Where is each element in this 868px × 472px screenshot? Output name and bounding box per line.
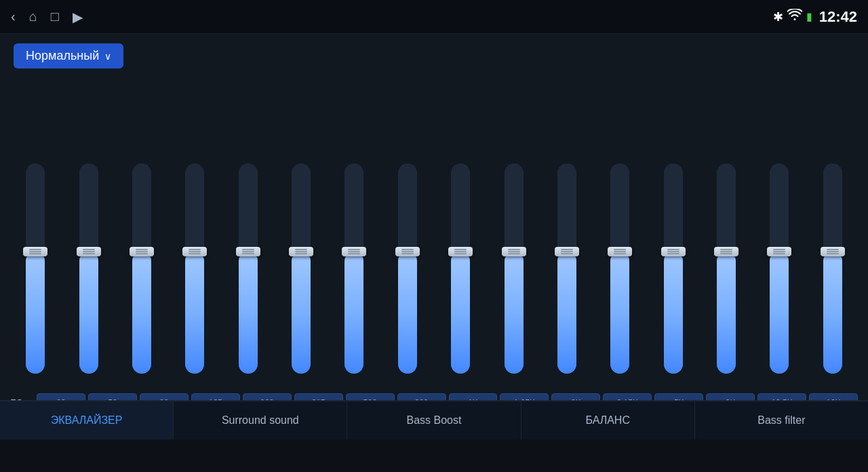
preset-button[interactable]: Нормальный ∨ [14, 43, 123, 68]
slider-track-1.25K[interactable] [505, 163, 524, 374]
slider-fill-1.25K [505, 252, 524, 374]
slider-track-20[interactable] [26, 163, 45, 374]
slider-handle-20[interactable] [23, 247, 47, 256]
slider-track-5K[interactable] [664, 163, 683, 374]
slider-fill-1K [451, 252, 470, 374]
slider-handle-16K[interactable] [821, 247, 845, 256]
slider-handle-500[interactable] [342, 247, 366, 256]
tab-balance[interactable]: БАЛАНС [521, 401, 695, 439]
preset-chevron: ∨ [104, 51, 111, 62]
sliders-container [10, 74, 858, 391]
slider-handle-3.15K[interactable] [608, 247, 632, 256]
slider-track-12.5K[interactable] [770, 163, 789, 374]
slider-column-20[interactable] [10, 163, 60, 387]
slider-handle-315[interactable] [289, 247, 313, 256]
battery-icon: ▮ [806, 10, 812, 23]
flag-icon[interactable]: ▶ [73, 9, 83, 25]
slider-track-8K[interactable] [717, 163, 736, 374]
slider-fill-8K [717, 252, 736, 374]
slider-fill-315 [292, 252, 311, 374]
slider-track-1K[interactable] [451, 163, 470, 374]
slider-fill-12.5K [770, 252, 789, 374]
slider-fill-500 [344, 252, 363, 374]
slider-handle-50[interactable] [77, 247, 101, 256]
slider-column-50[interactable] [63, 163, 113, 387]
slider-column-125[interactable] [170, 163, 220, 387]
slider-fill-800 [398, 252, 417, 374]
eq-area: FC: 2050801252003155008001K1.25K2K3.15K5… [0, 74, 868, 439]
slider-fill-80 [132, 252, 151, 374]
slider-column-12.5K[interactable] [754, 163, 804, 387]
slider-fill-2K [557, 252, 576, 374]
tab-bass[interactable]: Bass Boost [347, 401, 521, 439]
slider-column-200[interactable] [223, 163, 273, 387]
windows-icon[interactable]: □ [51, 9, 59, 24]
tab-filter[interactable]: Bass filter [695, 401, 868, 439]
back-icon[interactable]: ‹ [11, 9, 16, 24]
slider-column-800[interactable] [382, 163, 433, 387]
slider-column-16K[interactable] [808, 163, 858, 387]
slider-track-200[interactable] [239, 163, 258, 374]
slider-column-500[interactable] [329, 163, 379, 387]
tab-surround[interactable]: Surround sound [174, 401, 347, 439]
slider-column-1K[interactable] [435, 163, 486, 387]
slider-track-125[interactable] [185, 163, 204, 374]
slider-column-5K[interactable] [648, 163, 698, 387]
main-content: Нормальный ∨ [0, 34, 868, 439]
tab-eq[interactable]: ЭКВАЛАЙЗЕР [0, 401, 174, 439]
system-icons: ✱ ▮ [773, 9, 812, 24]
slider-handle-8K[interactable] [714, 247, 738, 256]
slider-fill-16K [823, 252, 842, 374]
slider-track-315[interactable] [292, 163, 311, 374]
slider-track-80[interactable] [132, 163, 151, 374]
slider-handle-1K[interactable] [448, 247, 473, 256]
slider-handle-800[interactable] [395, 247, 420, 256]
slider-column-3.15K[interactable] [595, 163, 645, 387]
slider-track-16K[interactable] [823, 163, 842, 374]
status-right: ✱ ▮ 12:42 [773, 8, 857, 26]
slider-track-2K[interactable] [557, 163, 576, 374]
slider-handle-80[interactable] [130, 247, 154, 256]
status-bar: ‹ ⌂ □ ▶ ✱ ▮ 12:42 [0, 0, 868, 34]
bluetooth-icon: ✱ [773, 9, 783, 24]
slider-handle-125[interactable] [182, 247, 207, 256]
wifi-icon [787, 9, 802, 24]
slider-handle-1.25K[interactable] [502, 247, 526, 256]
home-icon[interactable]: ⌂ [29, 9, 37, 24]
slider-handle-5K[interactable] [661, 247, 686, 256]
slider-handle-12.5K[interactable] [767, 247, 791, 256]
slider-track-50[interactable] [79, 163, 98, 374]
slider-fill-200 [239, 252, 258, 374]
slider-column-8K[interactable] [701, 163, 751, 387]
preset-area: Нормальный ∨ [0, 34, 868, 74]
slider-track-800[interactable] [398, 163, 417, 374]
slider-column-2K[interactable] [542, 163, 592, 387]
slider-fill-3.15K [610, 252, 629, 374]
time-display: 12:42 [819, 8, 857, 26]
slider-column-1.25K[interactable] [488, 163, 538, 387]
slider-handle-200[interactable] [236, 247, 260, 256]
nav-controls: ‹ ⌂ □ ▶ [11, 9, 83, 25]
slider-handle-2K[interactable] [555, 247, 579, 256]
tab-bar: ЭКВАЛАЙЗЕРSurround soundBass BoostБАЛАНС… [0, 400, 868, 439]
slider-column-315[interactable] [276, 163, 326, 387]
slider-fill-5K [664, 252, 683, 374]
slider-column-80[interactable] [117, 163, 167, 387]
slider-fill-20 [26, 252, 45, 374]
slider-track-500[interactable] [344, 163, 363, 374]
slider-track-3.15K[interactable] [610, 163, 629, 374]
preset-label: Нормальный [26, 49, 99, 63]
slider-fill-50 [79, 252, 98, 374]
slider-fill-125 [185, 252, 204, 374]
